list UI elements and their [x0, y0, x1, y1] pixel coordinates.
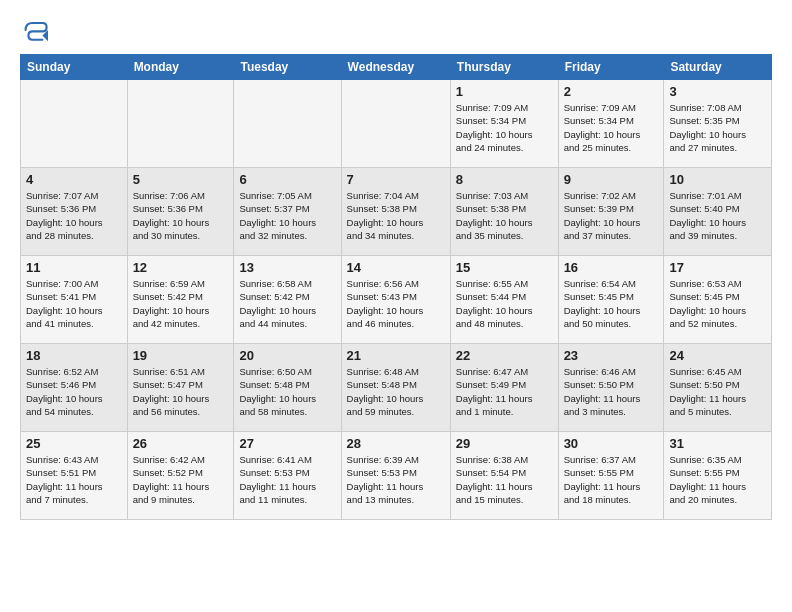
- day-info: Sunrise: 6:35 AM Sunset: 5:55 PM Dayligh…: [669, 453, 766, 506]
- col-header-saturday: Saturday: [664, 55, 772, 80]
- calendar-header-row: SundayMondayTuesdayWednesdayThursdayFrid…: [21, 55, 772, 80]
- day-info: Sunrise: 6:54 AM Sunset: 5:45 PM Dayligh…: [564, 277, 659, 330]
- day-number: 17: [669, 260, 766, 275]
- day-cell: [341, 80, 450, 168]
- day-number: 3: [669, 84, 766, 99]
- col-header-thursday: Thursday: [450, 55, 558, 80]
- day-info: Sunrise: 6:42 AM Sunset: 5:52 PM Dayligh…: [133, 453, 229, 506]
- day-info: Sunrise: 6:39 AM Sunset: 5:53 PM Dayligh…: [347, 453, 445, 506]
- day-info: Sunrise: 6:59 AM Sunset: 5:42 PM Dayligh…: [133, 277, 229, 330]
- day-cell: 25Sunrise: 6:43 AM Sunset: 5:51 PM Dayli…: [21, 432, 128, 520]
- day-cell: [234, 80, 341, 168]
- day-number: 12: [133, 260, 229, 275]
- day-number: 22: [456, 348, 553, 363]
- day-number: 1: [456, 84, 553, 99]
- day-cell: 23Sunrise: 6:46 AM Sunset: 5:50 PM Dayli…: [558, 344, 664, 432]
- day-number: 8: [456, 172, 553, 187]
- day-cell: 27Sunrise: 6:41 AM Sunset: 5:53 PM Dayli…: [234, 432, 341, 520]
- day-cell: 28Sunrise: 6:39 AM Sunset: 5:53 PM Dayli…: [341, 432, 450, 520]
- day-info: Sunrise: 6:53 AM Sunset: 5:45 PM Dayligh…: [669, 277, 766, 330]
- week-row-4: 18Sunrise: 6:52 AM Sunset: 5:46 PM Dayli…: [21, 344, 772, 432]
- header: [20, 16, 772, 44]
- day-info: Sunrise: 6:47 AM Sunset: 5:49 PM Dayligh…: [456, 365, 553, 418]
- day-cell: 16Sunrise: 6:54 AM Sunset: 5:45 PM Dayli…: [558, 256, 664, 344]
- day-info: Sunrise: 6:46 AM Sunset: 5:50 PM Dayligh…: [564, 365, 659, 418]
- day-cell: 26Sunrise: 6:42 AM Sunset: 5:52 PM Dayli…: [127, 432, 234, 520]
- day-number: 7: [347, 172, 445, 187]
- day-cell: 24Sunrise: 6:45 AM Sunset: 5:50 PM Dayli…: [664, 344, 772, 432]
- day-cell: 14Sunrise: 6:56 AM Sunset: 5:43 PM Dayli…: [341, 256, 450, 344]
- day-info: Sunrise: 6:52 AM Sunset: 5:46 PM Dayligh…: [26, 365, 122, 418]
- day-info: Sunrise: 7:02 AM Sunset: 5:39 PM Dayligh…: [564, 189, 659, 242]
- day-number: 18: [26, 348, 122, 363]
- day-cell: [21, 80, 128, 168]
- day-cell: 30Sunrise: 6:37 AM Sunset: 5:55 PM Dayli…: [558, 432, 664, 520]
- day-cell: 13Sunrise: 6:58 AM Sunset: 5:42 PM Dayli…: [234, 256, 341, 344]
- col-header-monday: Monday: [127, 55, 234, 80]
- day-info: Sunrise: 6:48 AM Sunset: 5:48 PM Dayligh…: [347, 365, 445, 418]
- day-cell: 12Sunrise: 6:59 AM Sunset: 5:42 PM Dayli…: [127, 256, 234, 344]
- day-cell: [127, 80, 234, 168]
- week-row-3: 11Sunrise: 7:00 AM Sunset: 5:41 PM Dayli…: [21, 256, 772, 344]
- day-number: 10: [669, 172, 766, 187]
- day-info: Sunrise: 7:06 AM Sunset: 5:36 PM Dayligh…: [133, 189, 229, 242]
- day-cell: 5Sunrise: 7:06 AM Sunset: 5:36 PM Daylig…: [127, 168, 234, 256]
- day-number: 28: [347, 436, 445, 451]
- day-cell: 2Sunrise: 7:09 AM Sunset: 5:34 PM Daylig…: [558, 80, 664, 168]
- day-number: 29: [456, 436, 553, 451]
- day-info: Sunrise: 7:04 AM Sunset: 5:38 PM Dayligh…: [347, 189, 445, 242]
- day-info: Sunrise: 6:37 AM Sunset: 5:55 PM Dayligh…: [564, 453, 659, 506]
- day-number: 6: [239, 172, 335, 187]
- day-info: Sunrise: 6:41 AM Sunset: 5:53 PM Dayligh…: [239, 453, 335, 506]
- day-number: 19: [133, 348, 229, 363]
- week-row-1: 1Sunrise: 7:09 AM Sunset: 5:34 PM Daylig…: [21, 80, 772, 168]
- day-cell: 1Sunrise: 7:09 AM Sunset: 5:34 PM Daylig…: [450, 80, 558, 168]
- col-header-wednesday: Wednesday: [341, 55, 450, 80]
- week-row-2: 4Sunrise: 7:07 AM Sunset: 5:36 PM Daylig…: [21, 168, 772, 256]
- week-row-5: 25Sunrise: 6:43 AM Sunset: 5:51 PM Dayli…: [21, 432, 772, 520]
- day-cell: 9Sunrise: 7:02 AM Sunset: 5:39 PM Daylig…: [558, 168, 664, 256]
- day-cell: 6Sunrise: 7:05 AM Sunset: 5:37 PM Daylig…: [234, 168, 341, 256]
- day-number: 21: [347, 348, 445, 363]
- day-number: 2: [564, 84, 659, 99]
- day-number: 26: [133, 436, 229, 451]
- day-info: Sunrise: 6:58 AM Sunset: 5:42 PM Dayligh…: [239, 277, 335, 330]
- col-header-friday: Friday: [558, 55, 664, 80]
- day-cell: 22Sunrise: 6:47 AM Sunset: 5:49 PM Dayli…: [450, 344, 558, 432]
- day-number: 20: [239, 348, 335, 363]
- col-header-sunday: Sunday: [21, 55, 128, 80]
- day-number: 24: [669, 348, 766, 363]
- day-number: 9: [564, 172, 659, 187]
- day-info: Sunrise: 7:00 AM Sunset: 5:41 PM Dayligh…: [26, 277, 122, 330]
- page: SundayMondayTuesdayWednesdayThursdayFrid…: [0, 0, 792, 530]
- day-info: Sunrise: 7:05 AM Sunset: 5:37 PM Dayligh…: [239, 189, 335, 242]
- day-cell: 19Sunrise: 6:51 AM Sunset: 5:47 PM Dayli…: [127, 344, 234, 432]
- day-number: 15: [456, 260, 553, 275]
- day-number: 16: [564, 260, 659, 275]
- day-number: 30: [564, 436, 659, 451]
- logo-icon: [20, 16, 48, 44]
- day-info: Sunrise: 6:50 AM Sunset: 5:48 PM Dayligh…: [239, 365, 335, 418]
- logo: [20, 16, 52, 44]
- day-number: 5: [133, 172, 229, 187]
- day-info: Sunrise: 7:09 AM Sunset: 5:34 PM Dayligh…: [456, 101, 553, 154]
- day-cell: 7Sunrise: 7:04 AM Sunset: 5:38 PM Daylig…: [341, 168, 450, 256]
- day-number: 13: [239, 260, 335, 275]
- day-number: 11: [26, 260, 122, 275]
- day-info: Sunrise: 7:07 AM Sunset: 5:36 PM Dayligh…: [26, 189, 122, 242]
- day-cell: 4Sunrise: 7:07 AM Sunset: 5:36 PM Daylig…: [21, 168, 128, 256]
- day-cell: 10Sunrise: 7:01 AM Sunset: 5:40 PM Dayli…: [664, 168, 772, 256]
- day-cell: 15Sunrise: 6:55 AM Sunset: 5:44 PM Dayli…: [450, 256, 558, 344]
- day-cell: 21Sunrise: 6:48 AM Sunset: 5:48 PM Dayli…: [341, 344, 450, 432]
- day-number: 23: [564, 348, 659, 363]
- day-cell: 31Sunrise: 6:35 AM Sunset: 5:55 PM Dayli…: [664, 432, 772, 520]
- calendar: SundayMondayTuesdayWednesdayThursdayFrid…: [20, 54, 772, 520]
- day-info: Sunrise: 7:08 AM Sunset: 5:35 PM Dayligh…: [669, 101, 766, 154]
- day-cell: 20Sunrise: 6:50 AM Sunset: 5:48 PM Dayli…: [234, 344, 341, 432]
- day-cell: 17Sunrise: 6:53 AM Sunset: 5:45 PM Dayli…: [664, 256, 772, 344]
- day-info: Sunrise: 6:56 AM Sunset: 5:43 PM Dayligh…: [347, 277, 445, 330]
- day-info: Sunrise: 7:03 AM Sunset: 5:38 PM Dayligh…: [456, 189, 553, 242]
- day-info: Sunrise: 7:09 AM Sunset: 5:34 PM Dayligh…: [564, 101, 659, 154]
- day-info: Sunrise: 7:01 AM Sunset: 5:40 PM Dayligh…: [669, 189, 766, 242]
- day-cell: 3Sunrise: 7:08 AM Sunset: 5:35 PM Daylig…: [664, 80, 772, 168]
